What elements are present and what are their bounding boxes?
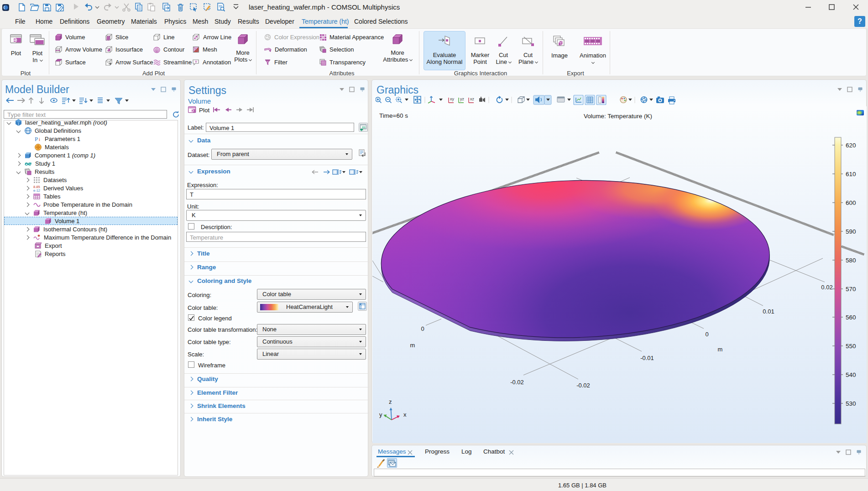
svg-text:560: 560 bbox=[846, 314, 856, 321]
svg-text:580: 580 bbox=[846, 257, 856, 264]
svg-text:yz: yz bbox=[460, 97, 465, 101]
svg-text:y: y bbox=[379, 411, 382, 418]
svg-text:x: x bbox=[403, 411, 407, 418]
svg-text:570: 570 bbox=[846, 286, 856, 293]
svg-text:Plot: Plot bbox=[199, 107, 210, 114]
svg-text:620: 620 bbox=[846, 142, 856, 149]
svg-text:e-12: e-12 bbox=[33, 188, 40, 192]
svg-text:540: 540 bbox=[846, 371, 856, 378]
svg-text:xy: xy bbox=[450, 97, 455, 101]
svg-text:530: 530 bbox=[846, 400, 856, 407]
svg-text:-0.02: -0.02 bbox=[576, 382, 590, 389]
svg-text:590: 590 bbox=[846, 228, 856, 235]
svg-text:-0.02: -0.02 bbox=[510, 379, 524, 386]
svg-text:xz: xz bbox=[470, 97, 475, 101]
svg-text:0: 0 bbox=[421, 325, 424, 332]
svg-text:600: 600 bbox=[846, 199, 856, 206]
svg-text:550: 550 bbox=[846, 343, 856, 350]
svg-text:m: m bbox=[718, 346, 723, 353]
svg-text:m: m bbox=[410, 342, 415, 349]
svg-text:z: z bbox=[389, 398, 392, 405]
svg-text:0: 0 bbox=[705, 331, 708, 338]
svg-text:Time=60 s: Time=60 s bbox=[379, 112, 408, 119]
svg-text:Volume: Temperature (K): Volume: Temperature (K) bbox=[584, 113, 652, 120]
svg-text:P: P bbox=[35, 136, 38, 142]
svg-text:610: 610 bbox=[846, 171, 856, 178]
svg-text:0.01: 0.01 bbox=[763, 308, 774, 315]
svg-text:-0.01: -0.01 bbox=[640, 355, 654, 361]
svg-text:0.02: 0.02 bbox=[821, 284, 832, 291]
svg-text:i: i bbox=[39, 136, 40, 142]
